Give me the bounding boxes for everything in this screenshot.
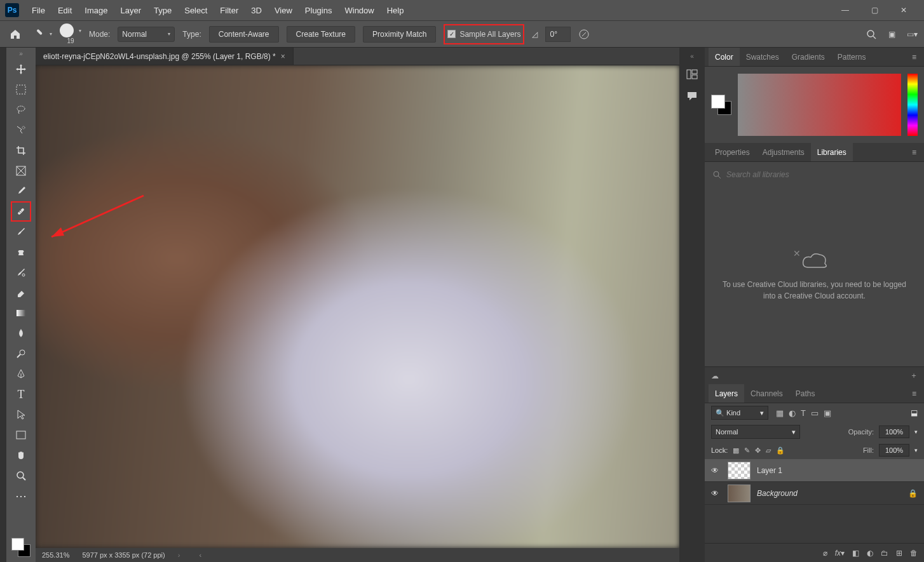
color-panel-swatches[interactable]: [711, 95, 731, 115]
minimize-button[interactable]: —: [836, 4, 854, 17]
lock-all-icon[interactable]: 🔒: [776, 446, 785, 455]
adjustment-layer-icon[interactable]: ◐: [867, 549, 873, 558]
visibility-icon[interactable]: 👁: [711, 466, 721, 475]
eyedropper-tool[interactable]: [11, 181, 31, 201]
tool-preset-picker[interactable]: ▾: [32, 28, 52, 41]
quick-selection-tool[interactable]: [11, 120, 31, 140]
opacity-caret-icon[interactable]: ▾: [914, 429, 918, 435]
filter-shape-icon[interactable]: ▭: [811, 408, 819, 418]
create-texture-button[interactable]: Create Texture: [287, 26, 356, 43]
foreground-background-colors[interactable]: [11, 538, 31, 557]
filter-smart-icon[interactable]: ▣: [824, 408, 831, 418]
toolbar-handle[interactable]: »: [19, 50, 23, 59]
filter-type-icon[interactable]: T: [801, 408, 806, 418]
canvas[interactable]: [36, 65, 679, 548]
move-tool[interactable]: [11, 59, 31, 79]
layer-thumbnail[interactable]: [728, 462, 751, 479]
tab-libraries[interactable]: Libraries: [811, 143, 853, 161]
status-caret-icon[interactable]: ›: [178, 551, 180, 559]
angle-input[interactable]: 0°: [545, 27, 571, 42]
menu-image[interactable]: Image: [78, 6, 114, 15]
pressure-size-icon[interactable]: [578, 29, 590, 40]
lasso-tool[interactable]: [11, 100, 31, 120]
menu-plugins[interactable]: Plugins: [299, 6, 339, 15]
tab-color[interactable]: Color: [709, 48, 740, 66]
filter-pixel-icon[interactable]: ▦: [776, 408, 784, 418]
filter-adjustment-icon[interactable]: ◐: [789, 408, 796, 418]
brush-preset-picker[interactable]: ▾ 19: [60, 23, 81, 44]
proximity-match-button[interactable]: Proximity Match: [363, 26, 436, 43]
libraries-search-input[interactable]: [726, 170, 916, 179]
layer-group-icon[interactable]: 🗀: [881, 549, 888, 558]
crop-tool[interactable]: [11, 140, 31, 161]
layers-panel-menu-icon[interactable]: ≡: [908, 389, 920, 398]
close-window-button[interactable]: ✕: [895, 4, 913, 17]
color-panel-menu-icon[interactable]: ≡: [908, 53, 920, 62]
frame-tool[interactable]: [11, 161, 31, 181]
fill-caret-icon[interactable]: ▾: [914, 447, 918, 453]
menu-3d[interactable]: 3D: [245, 6, 268, 15]
menu-layer[interactable]: Layer: [114, 6, 148, 15]
scrollbar-left-icon[interactable]: ‹: [199, 551, 201, 559]
workspace-icon[interactable]: ▣: [886, 29, 897, 40]
visibility-icon[interactable]: 👁: [711, 489, 721, 498]
libraries-search[interactable]: [705, 162, 924, 187]
workspace-switcher[interactable]: ▭▾: [906, 29, 918, 40]
edit-toolbar-button[interactable]: ⋯: [11, 486, 31, 506]
layer-mask-icon[interactable]: ◧: [852, 549, 859, 558]
hue-slider[interactable]: [907, 74, 918, 136]
tab-swatches[interactable]: Swatches: [740, 48, 785, 66]
tab-paths[interactable]: Paths: [789, 384, 822, 403]
menu-view[interactable]: View: [268, 6, 299, 15]
add-library-icon[interactable]: ＋: [910, 370, 918, 381]
tab-channels[interactable]: Channels: [744, 384, 789, 403]
fill-input[interactable]: 100%: [879, 444, 909, 457]
eraser-tool[interactable]: [11, 283, 31, 303]
panel-icon-1[interactable]: [685, 67, 699, 81]
clone-stamp-tool[interactable]: [11, 242, 31, 262]
lock-pixels-icon[interactable]: ✎: [744, 446, 750, 455]
expand-panels-handle[interactable]: «: [690, 53, 694, 60]
zoom-tool[interactable]: [11, 465, 31, 486]
menu-edit[interactable]: Edit: [51, 6, 78, 15]
menu-help[interactable]: Help: [381, 6, 411, 15]
pen-tool[interactable]: [11, 364, 31, 384]
menu-file[interactable]: File: [25, 6, 51, 15]
gradient-tool[interactable]: [11, 303, 31, 323]
blend-mode-select[interactable]: Normal▾: [711, 425, 800, 439]
search-icon[interactable]: [866, 29, 877, 40]
lock-transparency-icon[interactable]: ▩: [733, 446, 739, 455]
comments-icon[interactable]: [685, 89, 699, 103]
healing-brush-tool[interactable]: [11, 201, 31, 222]
link-layers-icon[interactable]: ⌀: [823, 549, 827, 558]
menu-select[interactable]: Select: [178, 6, 214, 15]
tab-properties[interactable]: Properties: [709, 143, 756, 161]
opacity-input[interactable]: 100%: [879, 425, 909, 438]
layer-fx-icon[interactable]: fx▾: [835, 549, 845, 558]
delete-layer-icon[interactable]: 🗑: [910, 549, 918, 558]
zoom-level[interactable]: 255.31%: [42, 551, 69, 559]
tab-gradients[interactable]: Gradients: [785, 48, 831, 66]
type-tool[interactable]: T: [11, 384, 31, 405]
mode-select[interactable]: Normal▾: [118, 27, 175, 42]
new-layer-icon[interactable]: ⊞: [896, 549, 902, 558]
layer-filter-kind[interactable]: 🔍 Kind▾: [711, 406, 768, 420]
menu-window[interactable]: Window: [338, 6, 380, 15]
filter-toggle-icon[interactable]: ⬓: [911, 408, 918, 417]
content-aware-button[interactable]: Content-Aware: [209, 26, 279, 43]
foreground-color[interactable]: [11, 538, 24, 551]
tab-patterns[interactable]: Patterns: [831, 48, 873, 66]
dodge-tool[interactable]: [11, 344, 31, 364]
marquee-tool[interactable]: [11, 79, 31, 100]
lock-position-icon[interactable]: ✥: [755, 446, 761, 455]
hand-tool[interactable]: [11, 445, 31, 465]
rectangle-tool[interactable]: [11, 425, 31, 445]
lock-artboard-icon[interactable]: ▱: [766, 446, 771, 455]
home-button[interactable]: [6, 25, 24, 43]
menu-type[interactable]: Type: [147, 6, 178, 15]
maximize-button[interactable]: ▢: [866, 4, 883, 17]
blur-tool[interactable]: [11, 323, 31, 344]
layer-row-background[interactable]: 👁 Background 🔒: [705, 482, 924, 505]
layer-row-layer1[interactable]: 👁 Layer 1: [705, 459, 924, 482]
sample-all-layers-checkbox[interactable]: ✓: [447, 30, 456, 38]
